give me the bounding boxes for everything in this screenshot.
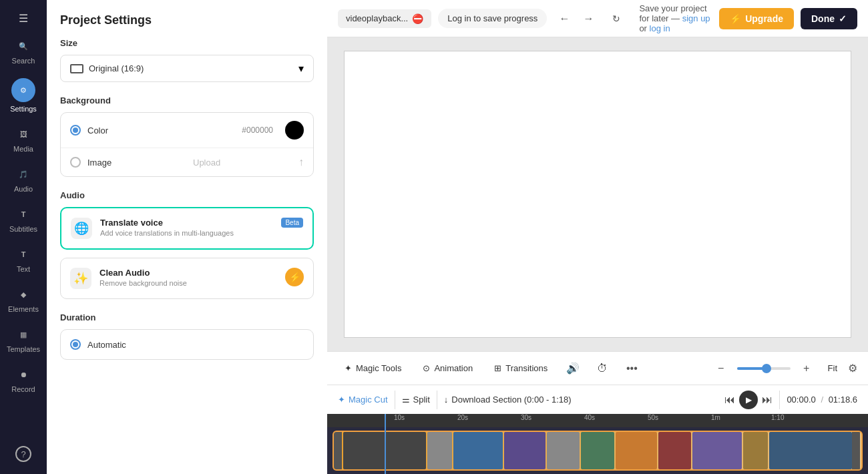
refresh-button[interactable]: ↻ bbox=[606, 8, 627, 29]
done-checkmark-icon: ✓ bbox=[839, 13, 847, 24]
play-icon: ▶ bbox=[746, 395, 752, 405]
time-button[interactable]: ⏱ bbox=[592, 358, 613, 379]
sidebar-item-audio[interactable]: 🎵 Audio bbox=[0, 160, 47, 200]
timeline-track[interactable] bbox=[333, 431, 863, 471]
sidebar-item-search[interactable]: 🔍 Search bbox=[0, 31, 47, 71]
frame-10 bbox=[743, 432, 768, 469]
forward-button[interactable]: ⏭ bbox=[762, 394, 773, 406]
beta-badge: Beta bbox=[281, 218, 303, 228]
animation-button[interactable]: ⊙ Animation bbox=[416, 359, 479, 377]
log-in-link[interactable]: log in bbox=[650, 23, 670, 33]
timeline[interactable]: 10s 20s 30s 40s 50s 1m 1:10 bbox=[327, 414, 868, 474]
duration-section: Duration Automatic bbox=[60, 312, 314, 360]
image-radio[interactable] bbox=[70, 157, 81, 168]
bottom-toolbar: ✦ Magic Tools ⊙ Animation ⊞ Transitions … bbox=[327, 351, 868, 385]
split-button[interactable]: ⚌ Split bbox=[402, 395, 430, 405]
zoom-in-button[interactable]: + bbox=[796, 358, 817, 379]
time-display: 00:00.0 / 01:18.6 bbox=[787, 395, 857, 405]
frame-5 bbox=[547, 432, 580, 469]
frame-3 bbox=[453, 432, 503, 469]
zoom-slider[interactable] bbox=[737, 367, 791, 370]
time-separator: / bbox=[821, 395, 823, 405]
settings-icon: ⚙ bbox=[11, 78, 35, 102]
sidebar-item-record[interactable]: ⏺ Record bbox=[0, 360, 47, 400]
sign-up-link[interactable]: sign up bbox=[682, 13, 710, 23]
sidebar-item-templates[interactable]: ▦ Templates bbox=[0, 320, 47, 360]
animation-icon: ⊙ bbox=[423, 363, 430, 373]
zoom-out-button[interactable]: − bbox=[710, 358, 732, 379]
sidebar-item-text[interactable]: T Text bbox=[0, 240, 47, 280]
sidebar-item-help[interactable]: ? bbox=[0, 439, 47, 469]
marker-40s: 40s bbox=[584, 414, 595, 421]
play-button[interactable]: ▶ bbox=[739, 391, 758, 409]
audio-section: Audio 🌐 Translate voice Add voice transl… bbox=[60, 190, 314, 299]
project-tab[interactable]: videoplayback... ⛔ bbox=[338, 9, 431, 28]
subtitles-icon: T bbox=[15, 206, 31, 222]
canvas-area bbox=[327, 37, 868, 351]
duration-label: Duration bbox=[60, 312, 314, 322]
ratio-icon bbox=[70, 64, 83, 73]
volume-button[interactable]: 🔊 bbox=[562, 358, 584, 379]
color-radio[interactable] bbox=[70, 125, 81, 136]
media-icon: 🖼 bbox=[15, 126, 31, 142]
background-card: Color #000000 Image Upload ↑ bbox=[60, 112, 314, 177]
upgrade-button[interactable]: ⚡ Upgrade bbox=[719, 8, 794, 29]
timeline-ruler: 10s 20s 30s 40s 50s 1m 1:10 bbox=[327, 414, 868, 427]
redo-button[interactable]: → bbox=[578, 8, 599, 29]
translate-voice-icon: 🌐 bbox=[71, 218, 92, 239]
timeline-cursor[interactable] bbox=[385, 414, 386, 474]
top-bar: videoplayback... ⛔ Log in to save progre… bbox=[327, 0, 868, 37]
size-left-part: Original (16:9) bbox=[70, 63, 144, 73]
clean-audio-upgrade-icon[interactable]: ⚡ bbox=[285, 268, 304, 286]
clean-audio-card[interactable]: ✨ Clean Audio Remove background noise ⚡ bbox=[60, 258, 314, 299]
sidebar-item-settings[interactable]: ⚙ Settings bbox=[0, 71, 47, 120]
download-section-button[interactable]: ↓ Download Section (0:00 - 1:18) bbox=[444, 395, 572, 405]
translate-voice-title: Translate voice bbox=[100, 218, 273, 228]
left-panel: Project Settings Size Original (16:9) ▾ … bbox=[47, 0, 327, 474]
magic-cut-button[interactable]: ✦ Magic Cut bbox=[338, 395, 388, 405]
split-icon: ⚌ bbox=[402, 395, 410, 405]
record-icon: ⏺ bbox=[15, 367, 31, 383]
clean-audio-info: Clean Audio Remove background noise bbox=[99, 268, 277, 287]
menu-button[interactable]: ☰ bbox=[0, 5, 47, 31]
translate-voice-card[interactable]: 🌐 Translate voice Add voice translations… bbox=[60, 207, 314, 250]
download-icon: ↓ bbox=[444, 395, 449, 405]
undo-redo-controls: ← → bbox=[554, 8, 599, 29]
save-text: Save your project for later — sign up or… bbox=[639, 3, 712, 33]
color-picker[interactable] bbox=[285, 121, 304, 140]
total-time: 01:18.6 bbox=[829, 395, 857, 405]
duration-automatic: Automatic bbox=[87, 340, 126, 350]
transitions-icon: ⊞ bbox=[494, 363, 501, 373]
playback-controls: ⏮ ▶ ⏭ bbox=[724, 391, 773, 409]
transitions-label: Transitions bbox=[505, 363, 548, 373]
duration-card[interactable]: Automatic bbox=[60, 329, 314, 360]
more-options-button[interactable]: ••• bbox=[621, 358, 642, 379]
undo-button[interactable]: ← bbox=[554, 8, 575, 29]
marker-1m: 1m bbox=[711, 414, 720, 421]
color-hex: #000000 bbox=[242, 126, 273, 135]
sidebar-item-subtitles[interactable]: T Subtitles bbox=[0, 200, 47, 240]
timeline-end-handle[interactable] bbox=[852, 431, 860, 471]
marker-50s: 50s bbox=[648, 414, 658, 421]
divider-1 bbox=[395, 391, 395, 409]
magic-tools-button[interactable]: ✦ Magic Tools bbox=[338, 359, 408, 377]
translate-voice-info: Translate voice Add voice translations i… bbox=[100, 218, 273, 237]
upgrade-label: Upgrade bbox=[745, 13, 783, 24]
sidebar-item-label: Record bbox=[11, 385, 35, 393]
sidebar-item-label: Search bbox=[12, 57, 35, 65]
duration-radio[interactable] bbox=[70, 339, 81, 350]
sidebar-item-elements[interactable]: ◆ Elements bbox=[0, 280, 47, 320]
size-dropdown[interactable]: Original (16:9) ▾ bbox=[60, 55, 314, 82]
done-button[interactable]: Done ✓ bbox=[801, 8, 857, 29]
settings-gear-icon[interactable]: ⚙ bbox=[848, 362, 857, 375]
timeline-start-handle[interactable] bbox=[334, 431, 342, 471]
size-section: Size Original (16:9) ▾ bbox=[60, 38, 314, 82]
upload-icon[interactable]: ↑ bbox=[298, 156, 304, 168]
image-option-row[interactable]: Image Upload ↑ bbox=[61, 148, 313, 176]
fit-button[interactable]: Fit bbox=[823, 361, 843, 376]
color-option-row[interactable]: Color #000000 bbox=[61, 113, 313, 148]
transitions-button[interactable]: ⊞ Transitions bbox=[487, 359, 554, 377]
sidebar-item-media[interactable]: 🖼 Media bbox=[0, 120, 47, 160]
login-button[interactable]: Log in to save progress bbox=[438, 9, 547, 28]
rewind-button[interactable]: ⏮ bbox=[724, 394, 735, 406]
